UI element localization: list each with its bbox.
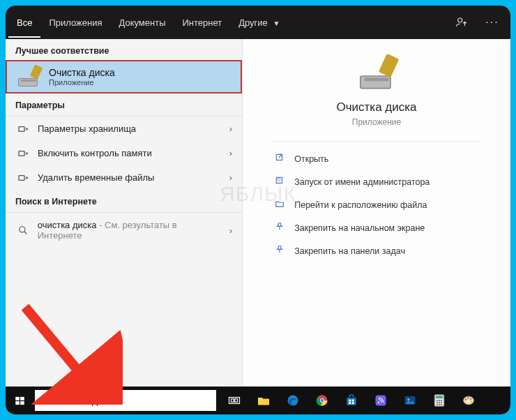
action-pin-task-label: Закрепить на панели задач <box>294 246 405 256</box>
taskbar-search-box[interactable] <box>35 390 216 411</box>
action-pin-start-label: Закрепить на начальном экране <box>294 223 425 233</box>
svg-rect-23 <box>349 402 351 404</box>
tab-more[interactable]: Другие ▼ <box>230 8 288 38</box>
results-left-pane: Лучшее соответствие Очистка диска Прилож… <box>6 39 243 387</box>
svg-point-34 <box>437 402 438 403</box>
shield-icon <box>275 176 286 188</box>
svg-rect-12 <box>229 398 240 404</box>
svg-rect-20 <box>347 398 356 405</box>
app-chrome[interactable] <box>308 387 336 414</box>
settings-link-icon <box>17 173 29 183</box>
app-edge[interactable] <box>279 387 307 414</box>
svg-rect-3 <box>19 175 24 180</box>
svg-point-41 <box>465 398 466 400</box>
svg-rect-13 <box>232 399 234 403</box>
details-title: Очистка диска <box>336 100 416 114</box>
svg-rect-2 <box>19 151 24 156</box>
app-viber[interactable] <box>367 387 395 414</box>
search-icon <box>40 394 50 407</box>
app-calculator[interactable] <box>425 387 453 414</box>
search-icon <box>17 225 29 235</box>
param-delete-temp[interactable]: Удалить временные файлы › <box>6 165 242 190</box>
svg-point-28 <box>407 398 409 400</box>
web-search-text: очистка диска - См. результаты в Интерне… <box>38 220 221 241</box>
svg-point-11 <box>42 396 47 401</box>
tab-apps[interactable]: Приложения <box>40 8 110 38</box>
tabs-bar: Все Приложения Документы Интернет Другие… <box>6 6 510 39</box>
start-button[interactable] <box>6 387 33 414</box>
svg-point-19 <box>321 399 324 403</box>
action-location-label: Перейти к расположению файла <box>294 200 427 210</box>
web-search-item[interactable]: очистка диска - См. результаты в Интерне… <box>6 213 242 248</box>
param-memory-sense[interactable]: Включить контроль памяти › <box>6 141 242 165</box>
settings-link-icon <box>17 124 29 134</box>
store-icon <box>345 394 358 407</box>
chevron-right-icon: › <box>229 123 232 134</box>
web-search-query: очистка диска <box>38 220 97 230</box>
photos-icon <box>404 394 416 407</box>
disk-cleanup-icon <box>17 67 40 87</box>
details-pane: Очистка диска Приложение Открыть Запуск … <box>243 39 510 387</box>
chrome-icon <box>316 394 328 407</box>
results-area: Лучшее соответствие Очистка диска Прилож… <box>6 39 510 387</box>
group-best-match: Лучшее соответствие <box>6 39 242 60</box>
open-icon <box>275 153 286 165</box>
tab-more-label: Другие <box>238 17 268 28</box>
svg-rect-9 <box>15 401 20 405</box>
feedback-button[interactable] <box>446 6 477 39</box>
app-photos[interactable] <box>396 387 424 414</box>
svg-rect-21 <box>349 400 351 402</box>
tab-internet[interactable]: Интернет <box>174 8 230 38</box>
app-explorer[interactable] <box>250 387 278 414</box>
search-input[interactable] <box>54 395 211 406</box>
separator <box>272 141 481 142</box>
taskpin-icon <box>275 245 286 257</box>
tab-documents[interactable]: Документы <box>110 8 174 38</box>
svg-point-36 <box>441 402 442 403</box>
param-storage-settings[interactable]: Параметры хранилища › <box>6 117 242 141</box>
svg-point-37 <box>437 404 438 405</box>
edge-icon <box>287 394 299 407</box>
more-options-button[interactable]: ··· <box>477 6 508 39</box>
svg-point-39 <box>441 404 442 405</box>
app-store[interactable] <box>337 387 365 414</box>
action-open-location[interactable]: Перейти к расположению файла <box>272 193 481 216</box>
action-open[interactable]: Открыть <box>272 147 481 170</box>
details-type: Приложение <box>352 117 401 127</box>
action-pin-taskbar[interactable]: Закрепить на панели задач <box>272 239 481 262</box>
param-temp-label: Удалить временные файлы <box>38 172 154 183</box>
taskview-icon <box>228 396 241 405</box>
svg-point-42 <box>467 397 469 398</box>
feedback-icon <box>455 16 468 29</box>
svg-rect-14 <box>235 399 238 403</box>
svg-point-43 <box>470 398 471 400</box>
calculator-icon <box>434 394 445 407</box>
svg-point-33 <box>441 400 442 401</box>
app-paint[interactable] <box>455 387 483 414</box>
svg-rect-7 <box>15 396 20 400</box>
svg-point-31 <box>437 400 438 401</box>
chevron-down-icon: ▼ <box>273 20 280 27</box>
taskbar-pinned-apps <box>220 387 483 414</box>
taskview-button[interactable] <box>220 387 248 414</box>
action-pin-start[interactable]: Закрепить на начальном экране <box>272 216 481 239</box>
action-run-as-admin[interactable]: Запуск от имени администратора <box>272 170 481 193</box>
group-web-search: Поиск в Интернете <box>6 190 242 211</box>
svg-point-26 <box>378 402 379 403</box>
best-match-subtitle: Приложение <box>49 78 115 87</box>
folder-icon <box>257 395 271 406</box>
best-match-title: Очистка диска <box>49 67 115 78</box>
svg-point-44 <box>471 400 472 402</box>
windows-icon <box>15 396 25 406</box>
param-storage-label: Параметры хранилища <box>38 123 136 134</box>
tab-all[interactable]: Все <box>8 8 40 38</box>
action-admin-label: Запуск от имени администратора <box>294 177 430 187</box>
svg-point-35 <box>439 402 440 403</box>
svg-rect-1 <box>19 126 24 131</box>
svg-point-45 <box>466 400 469 403</box>
best-match-item[interactable]: Очистка диска Приложение <box>6 60 242 93</box>
action-open-label: Открыть <box>294 154 328 164</box>
svg-point-32 <box>439 400 440 401</box>
svg-rect-24 <box>352 402 354 404</box>
svg-rect-8 <box>20 396 24 400</box>
